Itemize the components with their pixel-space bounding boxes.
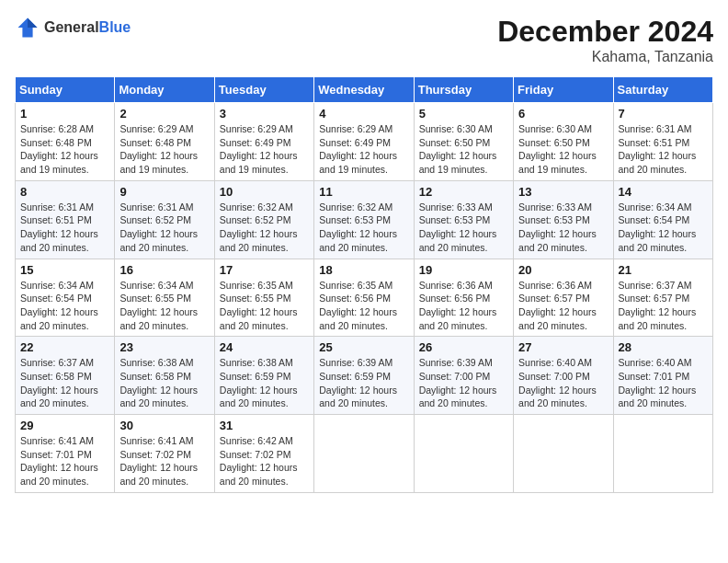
day-cell: 1Sunrise: 6:28 AM Sunset: 6:48 PM Daylig… bbox=[16, 103, 115, 181]
logo-text: GeneralBlue bbox=[44, 19, 131, 36]
day-number: 5 bbox=[419, 107, 508, 121]
week-row-5: 29Sunrise: 6:41 AM Sunset: 7:01 PM Dayli… bbox=[16, 415, 713, 493]
day-number: 22 bbox=[20, 340, 109, 354]
day-number: 21 bbox=[619, 263, 708, 277]
day-number: 24 bbox=[220, 340, 309, 354]
day-cell: 4Sunrise: 6:29 AM Sunset: 6:49 PM Daylig… bbox=[314, 103, 414, 181]
day-number: 30 bbox=[119, 419, 209, 432]
day-number: 19 bbox=[419, 263, 508, 277]
day-number: 13 bbox=[518, 185, 608, 199]
day-info: Sunrise: 6:32 AM Sunset: 6:53 PM Dayligh… bbox=[319, 201, 408, 255]
day-number: 26 bbox=[419, 340, 508, 354]
day-cell: 15Sunrise: 6:34 AM Sunset: 6:54 PM Dayli… bbox=[16, 259, 115, 337]
day-info: Sunrise: 6:31 AM Sunset: 6:51 PM Dayligh… bbox=[20, 201, 109, 255]
day-info: Sunrise: 6:38 AM Sunset: 6:59 PM Dayligh… bbox=[220, 356, 309, 410]
week-row-1: 1Sunrise: 6:28 AM Sunset: 6:48 PM Daylig… bbox=[16, 103, 713, 181]
day-cell: 22Sunrise: 6:37 AM Sunset: 6:58 PM Dayli… bbox=[16, 337, 115, 415]
day-number: 25 bbox=[319, 340, 408, 354]
day-cell: 5Sunrise: 6:30 AM Sunset: 6:50 PM Daylig… bbox=[414, 103, 513, 181]
day-info: Sunrise: 6:34 AM Sunset: 6:54 PM Dayligh… bbox=[20, 279, 109, 333]
day-info: Sunrise: 6:35 AM Sunset: 6:56 PM Dayligh… bbox=[319, 279, 408, 333]
day-info: Sunrise: 6:42 AM Sunset: 7:02 PM Dayligh… bbox=[220, 434, 309, 488]
day-info: Sunrise: 6:39 AM Sunset: 7:00 PM Dayligh… bbox=[419, 356, 508, 410]
day-cell: 9Sunrise: 6:31 AM Sunset: 6:52 PM Daylig… bbox=[115, 180, 214, 259]
day-cell bbox=[613, 415, 712, 493]
day-info: Sunrise: 6:39 AM Sunset: 6:59 PM Dayligh… bbox=[319, 356, 408, 410]
weekday-thursday: Thursday bbox=[414, 77, 513, 103]
page-header: GeneralBlue December 2024 Kahama, Tanzan… bbox=[15, 15, 713, 65]
day-cell: 2Sunrise: 6:29 AM Sunset: 6:48 PM Daylig… bbox=[115, 103, 214, 181]
weekday-friday: Friday bbox=[514, 77, 613, 103]
day-info: Sunrise: 6:40 AM Sunset: 7:00 PM Dayligh… bbox=[518, 356, 608, 410]
day-info: Sunrise: 6:34 AM Sunset: 6:54 PM Dayligh… bbox=[619, 201, 708, 255]
day-number: 18 bbox=[319, 263, 408, 277]
day-cell: 23Sunrise: 6:38 AM Sunset: 6:58 PM Dayli… bbox=[115, 337, 214, 415]
day-info: Sunrise: 6:29 AM Sunset: 6:49 PM Dayligh… bbox=[319, 122, 408, 177]
day-number: 6 bbox=[518, 107, 608, 121]
day-cell: 10Sunrise: 6:32 AM Sunset: 6:52 PM Dayli… bbox=[214, 180, 313, 259]
day-cell: 17Sunrise: 6:35 AM Sunset: 6:55 PM Dayli… bbox=[214, 259, 313, 337]
day-info: Sunrise: 6:30 AM Sunset: 6:50 PM Dayligh… bbox=[518, 122, 608, 177]
day-info: Sunrise: 6:37 AM Sunset: 6:57 PM Dayligh… bbox=[619, 279, 708, 333]
day-cell: 27Sunrise: 6:40 AM Sunset: 7:00 PM Dayli… bbox=[514, 337, 613, 415]
day-cell: 31Sunrise: 6:42 AM Sunset: 7:02 PM Dayli… bbox=[214, 415, 313, 493]
day-cell: 6Sunrise: 6:30 AM Sunset: 6:50 PM Daylig… bbox=[514, 103, 613, 181]
day-cell: 18Sunrise: 6:35 AM Sunset: 6:56 PM Dayli… bbox=[314, 259, 414, 337]
day-cell: 7Sunrise: 6:31 AM Sunset: 6:51 PM Daylig… bbox=[613, 103, 712, 181]
day-number: 29 bbox=[20, 419, 109, 432]
day-cell: 20Sunrise: 6:36 AM Sunset: 6:57 PM Dayli… bbox=[514, 259, 613, 337]
day-info: Sunrise: 6:32 AM Sunset: 6:52 PM Dayligh… bbox=[220, 201, 309, 255]
day-cell: 13Sunrise: 6:33 AM Sunset: 6:53 PM Dayli… bbox=[514, 180, 613, 259]
month-title: December 2024 bbox=[497, 15, 713, 49]
day-cell: 11Sunrise: 6:32 AM Sunset: 6:53 PM Dayli… bbox=[314, 180, 414, 259]
day-number: 14 bbox=[619, 185, 708, 199]
day-number: 3 bbox=[220, 107, 309, 121]
weekday-wednesday: Wednesday bbox=[314, 77, 414, 103]
day-number: 23 bbox=[119, 340, 209, 354]
day-cell: 8Sunrise: 6:31 AM Sunset: 6:51 PM Daylig… bbox=[16, 180, 115, 259]
day-number: 7 bbox=[619, 107, 708, 121]
day-cell: 21Sunrise: 6:37 AM Sunset: 6:57 PM Dayli… bbox=[613, 259, 712, 337]
day-cell: 30Sunrise: 6:41 AM Sunset: 7:02 PM Dayli… bbox=[115, 415, 214, 493]
day-cell: 28Sunrise: 6:40 AM Sunset: 7:01 PM Dayli… bbox=[613, 337, 712, 415]
day-info: Sunrise: 6:29 AM Sunset: 6:48 PM Dayligh… bbox=[119, 122, 209, 177]
day-number: 8 bbox=[20, 185, 109, 199]
day-number: 16 bbox=[119, 263, 209, 277]
day-number: 12 bbox=[419, 185, 508, 199]
day-number: 27 bbox=[518, 340, 608, 354]
day-info: Sunrise: 6:28 AM Sunset: 6:48 PM Dayligh… bbox=[20, 122, 109, 177]
day-cell: 26Sunrise: 6:39 AM Sunset: 7:00 PM Dayli… bbox=[414, 337, 513, 415]
day-cell: 3Sunrise: 6:29 AM Sunset: 6:49 PM Daylig… bbox=[214, 103, 313, 181]
day-cell bbox=[514, 415, 613, 493]
day-cell: 16Sunrise: 6:34 AM Sunset: 6:55 PM Dayli… bbox=[115, 259, 214, 337]
day-info: Sunrise: 6:29 AM Sunset: 6:49 PM Dayligh… bbox=[220, 122, 309, 177]
day-info: Sunrise: 6:31 AM Sunset: 6:52 PM Dayligh… bbox=[119, 201, 209, 255]
week-row-2: 8Sunrise: 6:31 AM Sunset: 6:51 PM Daylig… bbox=[16, 180, 713, 259]
day-info: Sunrise: 6:33 AM Sunset: 6:53 PM Dayligh… bbox=[419, 201, 508, 255]
day-info: Sunrise: 6:33 AM Sunset: 6:53 PM Dayligh… bbox=[518, 201, 608, 255]
weekday-sunday: Sunday bbox=[16, 77, 115, 103]
day-info: Sunrise: 6:30 AM Sunset: 6:50 PM Dayligh… bbox=[419, 122, 508, 177]
day-info: Sunrise: 6:41 AM Sunset: 7:02 PM Dayligh… bbox=[119, 434, 209, 488]
week-row-3: 15Sunrise: 6:34 AM Sunset: 6:54 PM Dayli… bbox=[16, 259, 713, 337]
day-cell: 14Sunrise: 6:34 AM Sunset: 6:54 PM Dayli… bbox=[613, 180, 712, 259]
logo-icon bbox=[15, 15, 40, 40]
day-number: 17 bbox=[220, 263, 309, 277]
day-number: 2 bbox=[119, 107, 209, 121]
weekday-saturday: Saturday bbox=[613, 77, 712, 103]
svg-marker-1 bbox=[28, 18, 38, 29]
day-number: 9 bbox=[119, 185, 209, 199]
day-info: Sunrise: 6:41 AM Sunset: 7:01 PM Dayligh… bbox=[20, 434, 109, 488]
logo: GeneralBlue bbox=[15, 15, 131, 40]
day-number: 1 bbox=[20, 107, 109, 121]
day-cell bbox=[314, 415, 414, 493]
day-number: 4 bbox=[319, 107, 408, 121]
day-cell: 25Sunrise: 6:39 AM Sunset: 6:59 PM Dayli… bbox=[314, 337, 414, 415]
week-row-4: 22Sunrise: 6:37 AM Sunset: 6:58 PM Dayli… bbox=[16, 337, 713, 415]
day-info: Sunrise: 6:38 AM Sunset: 6:58 PM Dayligh… bbox=[119, 356, 209, 410]
day-info: Sunrise: 6:40 AM Sunset: 7:01 PM Dayligh… bbox=[619, 356, 708, 410]
day-info: Sunrise: 6:31 AM Sunset: 6:51 PM Dayligh… bbox=[619, 122, 708, 177]
weekday-tuesday: Tuesday bbox=[214, 77, 313, 103]
day-number: 20 bbox=[518, 263, 608, 277]
day-info: Sunrise: 6:34 AM Sunset: 6:55 PM Dayligh… bbox=[119, 279, 209, 333]
